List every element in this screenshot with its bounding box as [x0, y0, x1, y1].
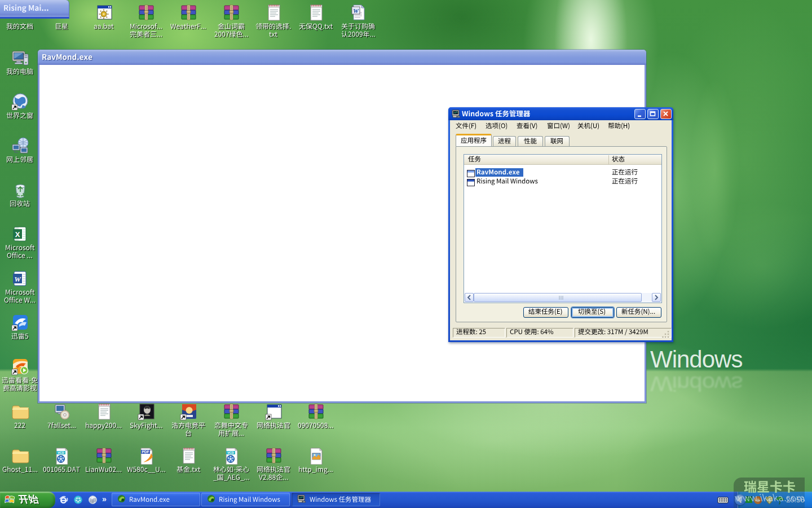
- svg-text:VCD: VCD: [58, 451, 64, 454]
- svg-text:PDF: PDF: [142, 450, 149, 454]
- svg-text:X: X: [15, 230, 20, 239]
- svg-text:VCD: VCD: [227, 451, 234, 454]
- svg-text:W: W: [353, 7, 359, 14]
- svg-text:W: W: [14, 275, 21, 283]
